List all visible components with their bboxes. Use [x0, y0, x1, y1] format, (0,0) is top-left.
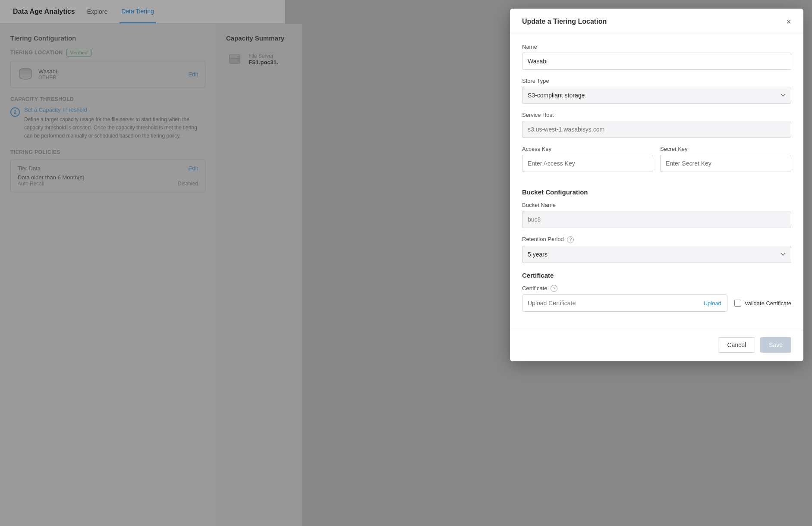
retention-period-label: Retention Period ?	[522, 236, 791, 243]
save-button[interactable]: Save	[760, 337, 791, 353]
bucket-name-input[interactable]	[522, 211, 791, 228]
modal-footer: Cancel Save	[510, 330, 803, 361]
name-label: Name	[522, 44, 791, 50]
service-host-form-group: Service Host	[522, 112, 791, 138]
store-type-select[interactable]: S3-compliant storage Azure Blob Google C…	[522, 87, 791, 104]
bucket-config-heading: Bucket Configuration	[522, 188, 791, 196]
store-type-form-group: Store Type S3-compliant storage Azure Bl…	[522, 78, 791, 104]
update-tiering-location-modal: Update a Tiering Location × Name Store T…	[510, 9, 803, 361]
upload-button[interactable]: Upload	[698, 294, 727, 312]
keys-form-row: Access Key Secret Key	[522, 146, 791, 180]
name-form-group: Name	[522, 44, 791, 70]
cert-upload-input[interactable]	[522, 294, 727, 312]
certificate-heading: Certificate	[522, 272, 791, 279]
cert-input-wrapper: Upload	[522, 294, 727, 312]
modal-header: Update a Tiering Location ×	[510, 9, 803, 33]
certificate-form-group: Certificate ? Upload Validate Certificat…	[522, 285, 791, 312]
retention-period-select[interactable]: None 1 year 2 years 5 years 7 years 10 y…	[522, 246, 791, 263]
validate-cert-checkbox-row: Validate Certificate	[734, 300, 791, 307]
modal-close-button[interactable]: ×	[786, 17, 791, 26]
secret-key-form-group: Secret Key	[660, 146, 791, 172]
secret-key-input[interactable]	[660, 155, 791, 172]
validate-cert-checkbox[interactable]	[734, 300, 741, 307]
access-key-form-group: Access Key	[522, 146, 653, 172]
modal-body: Name Store Type S3-compliant storage Azu…	[510, 33, 803, 330]
certificate-row: Upload Validate Certificate	[522, 294, 791, 312]
certificate-separator: Certificate Certificate ? Upload Validat…	[522, 272, 791, 312]
name-input[interactable]	[522, 53, 791, 70]
retention-period-form-group: Retention Period ? None 1 year 2 years 5…	[522, 236, 791, 263]
certificate-label: Certificate ?	[522, 285, 791, 292]
bucket-name-form-group: Bucket Name	[522, 202, 791, 228]
cert-help-icon[interactable]: ?	[551, 285, 557, 292]
store-type-label: Store Type	[522, 78, 791, 84]
access-key-input[interactable]	[522, 155, 653, 172]
cancel-button[interactable]: Cancel	[718, 337, 755, 353]
retention-help-icon[interactable]: ?	[567, 236, 574, 243]
service-host-input[interactable]	[522, 121, 791, 138]
validate-cert-label: Validate Certificate	[745, 300, 791, 307]
secret-key-label: Secret Key	[660, 146, 791, 152]
bucket-config-separator: Bucket Configuration Bucket Name Retenti…	[522, 188, 791, 263]
bucket-name-label: Bucket Name	[522, 202, 791, 208]
service-host-label: Service Host	[522, 112, 791, 118]
access-key-label: Access Key	[522, 146, 653, 152]
modal-title: Update a Tiering Location	[522, 18, 607, 25]
